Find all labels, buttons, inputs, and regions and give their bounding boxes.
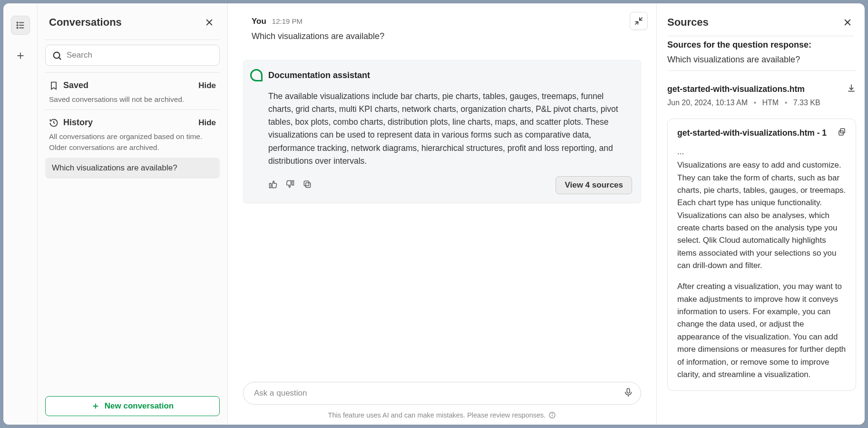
source-file-size: 7.33 KB: [793, 99, 820, 107]
app-frame: Conversations Sav: [3, 3, 865, 425]
svg-point-10: [54, 52, 60, 59]
close-icon: [843, 18, 852, 27]
copy-button[interactable]: [302, 179, 312, 191]
assistant-avatar-icon: [250, 69, 263, 81]
close-icon: [205, 18, 214, 27]
conversation-item[interactable]: Which visualizations are available?: [45, 158, 220, 179]
microphone-icon: [623, 387, 634, 398]
svg-line-11: [59, 58, 61, 60]
plus-icon: [15, 50, 26, 61]
chat-panel: You 12:19 PM Which visualizations are av…: [228, 3, 656, 425]
user-message-text: Which visualizations are available?: [252, 30, 633, 43]
view-sources-button[interactable]: View 4 sources: [556, 176, 632, 194]
thumbs-down-button[interactable]: [285, 179, 295, 191]
assistant-name: Documentation assistant: [268, 70, 370, 80]
saved-label: Saved: [63, 80, 88, 90]
copy-icon: [302, 179, 312, 189]
disclaimer: This feature uses AI and can make mistak…: [228, 409, 656, 425]
close-sources-button[interactable]: [841, 16, 854, 29]
source-file-name: get-started-with-visualizations.htm: [667, 84, 805, 94]
plus-icon: [91, 402, 100, 410]
svg-point-3: [17, 22, 18, 23]
new-rail-button[interactable]: [11, 46, 30, 65]
history-label: History: [63, 118, 93, 128]
sources-question-heading: Sources for the question response:: [667, 40, 856, 50]
source-ellipsis: ...: [677, 146, 846, 158]
search-icon: [52, 50, 62, 61]
svg-point-4: [17, 25, 18, 26]
conversations-search-input[interactable]: [45, 45, 220, 66]
assistant-message-text: The available visualizations include bar…: [250, 90, 632, 168]
thumbs-up-button[interactable]: [268, 179, 278, 191]
collapse-chat-button[interactable]: [630, 12, 648, 30]
source-file-date: Jun 20, 2024, 10:13 AM: [667, 99, 748, 107]
sources-panel: Sources Sources for the question respons…: [656, 3, 865, 425]
thumbs-down-icon: [285, 179, 295, 189]
svg-point-22: [552, 414, 553, 414]
disclaimer-text: This feature uses AI and can make mistak…: [328, 411, 546, 419]
assistant-message: Documentation assistant The available vi…: [243, 60, 641, 203]
svg-line-15: [635, 22, 638, 25]
sources-question-text: Which visualizations are available?: [667, 55, 856, 65]
svg-rect-18: [627, 388, 630, 393]
conversations-rail-button[interactable]: [11, 16, 30, 35]
new-conversation-button[interactable]: New conversation: [45, 396, 220, 416]
conversations-panel: Conversations Sav: [38, 3, 228, 425]
source-file-type: HTM: [762, 99, 779, 107]
history-hide-button[interactable]: Hide: [198, 118, 216, 128]
bookmark-icon: [49, 81, 59, 90]
chat-input[interactable]: [243, 382, 641, 405]
svg-point-5: [17, 27, 18, 28]
conversations-title: Conversations: [49, 16, 122, 29]
svg-line-14: [640, 18, 643, 20]
saved-hide-button[interactable]: Hide: [198, 81, 216, 90]
saved-desc: Saved conversations will not be archived…: [49, 94, 216, 105]
thumbs-up-icon: [268, 179, 278, 189]
open-external-icon: [838, 128, 846, 136]
sources-title: Sources: [667, 16, 709, 29]
user-message: You 12:19 PM Which visualizations are av…: [243, 17, 641, 51]
source-paragraph-1: Visualizations are easy to add and custo…: [677, 159, 846, 272]
user-message-time: 12:19 PM: [272, 17, 302, 25]
download-source-button[interactable]: [847, 83, 856, 95]
info-icon: [548, 411, 556, 419]
source-excerpt: ... Visualizations are easy to add and c…: [677, 146, 846, 381]
history-icon: [49, 118, 59, 128]
svg-rect-17: [304, 181, 309, 186]
collapse-icon: [634, 16, 644, 26]
source-card-title: get-started-with-visualizations.htm - 1: [677, 128, 827, 138]
source-file: get-started-with-visualizations.htm Jun …: [667, 76, 856, 112]
history-desc: All conversations are organized based on…: [49, 131, 216, 153]
history-section: History Hide All conversations are organ…: [45, 115, 220, 155]
left-rail: [3, 3, 38, 425]
source-file-meta: Jun 20, 2024, 10:13 AM • HTM • 7.33 KB: [667, 99, 856, 107]
list-icon: [15, 20, 26, 30]
new-conversation-label: New conversation: [105, 401, 174, 411]
svg-rect-16: [306, 182, 311, 187]
download-icon: [847, 83, 856, 93]
user-author-label: You: [252, 17, 266, 26]
saved-section: Saved Hide Saved conversations will not …: [45, 78, 220, 105]
source-paragraph-2: After creating a visualization, you may …: [677, 280, 846, 381]
source-card: get-started-with-visualizations.htm - 1 …: [667, 119, 856, 391]
microphone-button[interactable]: [623, 387, 634, 399]
open-source-button[interactable]: [838, 128, 846, 138]
close-conversations-button[interactable]: [203, 16, 216, 29]
